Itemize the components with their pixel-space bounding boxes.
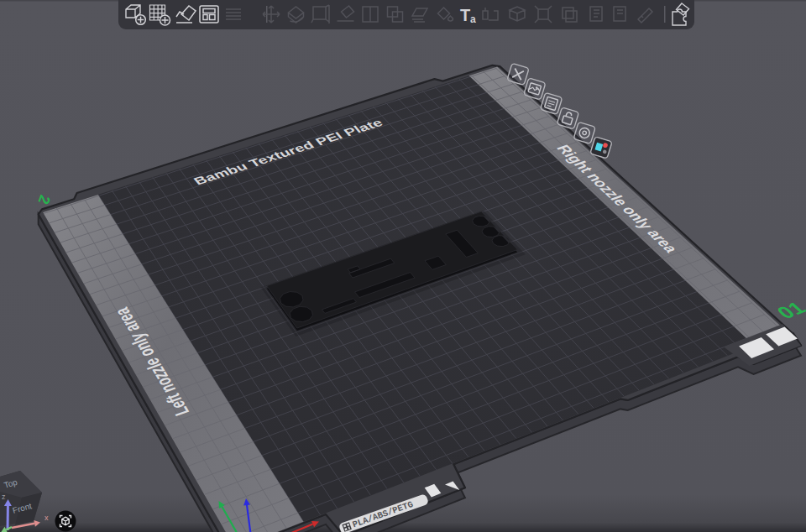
svg-text:z: z xyxy=(2,493,6,501)
svg-text:a: a xyxy=(470,13,476,25)
svg-text:T: T xyxy=(460,6,470,24)
svg-text:x: x xyxy=(44,514,49,522)
